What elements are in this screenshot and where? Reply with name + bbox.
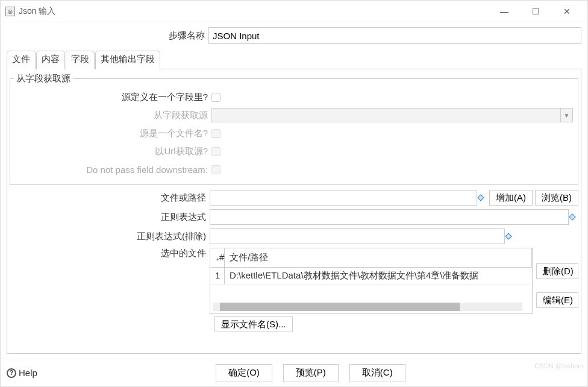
regex-label: 正则表达式 xyxy=(10,212,210,223)
titlebar: ◎ Json 输入 — ☐ ✕ xyxy=(1,1,587,22)
table-row[interactable]: 1 D:\kettle\ETLData\教材数据文件\教材数据文件\第4章\准备… xyxy=(210,268,532,285)
no-pass-label: Do not pass field downstream: xyxy=(14,165,211,175)
horizontal-scrollbar[interactable] xyxy=(213,303,522,311)
selected-files-label: 选中的文件 xyxy=(10,248,210,259)
show-filenames-button[interactable]: 显示文件名(S)... xyxy=(214,316,293,332)
scrollbar-thumb[interactable] xyxy=(220,303,460,311)
no-pass-checkbox[interactable] xyxy=(211,165,220,174)
selected-files-table[interactable]: ▴# 文件/路径 1 D:\kettle\ETLData\教材数据文件\教材数据… xyxy=(210,248,533,314)
regex-input[interactable] xyxy=(210,209,569,225)
get-from-field-label: 从字段获取源 xyxy=(14,110,211,121)
variable-icon xyxy=(477,194,484,201)
file-path-label: 文件或路径 xyxy=(10,192,210,204)
tab-bar: 文件 内容 字段 其他输出字段 xyxy=(7,50,581,69)
window-title: Json 输入 xyxy=(19,6,489,17)
get-from-field-dropdown[interactable]: ▼ xyxy=(211,108,573,122)
tab-panel-file: 从字段获取源 源定义在一个字段里? 从字段获取源 ▼ 源是一个文件名? 以Url xyxy=(7,69,581,354)
help-icon: ? xyxy=(7,368,16,378)
window-controls: — ☐ ✕ xyxy=(489,1,583,22)
read-url-label: 以Url获取源? xyxy=(14,146,211,157)
browse-button[interactable]: 浏览(B) xyxy=(535,190,578,206)
tab-file[interactable]: 文件 xyxy=(7,51,36,69)
edit-button[interactable]: 编辑(E) xyxy=(536,292,578,308)
is-filename-checkbox[interactable] xyxy=(211,129,220,138)
minimize-button[interactable]: — xyxy=(489,1,520,22)
source-group-legend: 从字段获取源 xyxy=(14,73,73,84)
tab-content[interactable]: 内容 xyxy=(36,51,65,69)
tab-fields[interactable]: 字段 xyxy=(66,51,95,69)
ok-button[interactable]: 确定(O) xyxy=(216,364,272,382)
row-number: 1 xyxy=(210,268,225,284)
step-name-label: 步骤名称 xyxy=(7,30,208,42)
add-button[interactable]: 增加(A) xyxy=(489,190,533,206)
json-input-dialog: ◎ Json 输入 — ☐ ✕ 步骤名称 文件 内容 字段 其他输出字段 从字段… xyxy=(0,0,588,387)
tab-other-output[interactable]: 其他输出字段 xyxy=(95,51,160,69)
maximize-button[interactable]: ☐ xyxy=(520,1,551,22)
regex-exclude-label: 正则表达式(排除) xyxy=(10,231,210,242)
col-path-header: 文件/路径 xyxy=(225,248,532,267)
step-name-row: 步骤名称 xyxy=(7,27,581,44)
close-button[interactable]: ✕ xyxy=(551,1,583,22)
file-path-input[interactable] xyxy=(210,190,477,206)
is-filename-label: 源是一个文件名? xyxy=(14,128,211,139)
delete-button[interactable]: 删除(D) xyxy=(536,263,578,279)
dialog-footer: ? Help 确定(O) 预览(P) 取消(C) xyxy=(1,359,587,386)
regex-exclude-input[interactable] xyxy=(210,228,505,244)
preview-button[interactable]: 预览(P) xyxy=(283,364,339,382)
defined-in-field-checkbox[interactable] xyxy=(211,93,220,102)
defined-in-field-label: 源定义在一个字段里? xyxy=(14,92,211,103)
source-from-field-group: 从字段获取源 源定义在一个字段里? 从字段获取源 ▼ 源是一个文件名? 以Url xyxy=(10,73,578,185)
dialog-content: 步骤名称 文件 内容 字段 其他输出字段 从字段获取源 源定义在一个字段里? 从… xyxy=(1,22,587,359)
help-label: Help xyxy=(19,368,37,378)
app-icon: ◎ xyxy=(5,7,15,16)
cancel-button[interactable]: 取消(C) xyxy=(349,364,405,382)
read-url-checkbox[interactable] xyxy=(211,147,220,156)
help-link[interactable]: ? Help xyxy=(7,368,37,378)
variable-icon xyxy=(569,213,575,220)
variable-icon xyxy=(505,233,511,239)
chevron-down-icon: ▼ xyxy=(560,109,572,122)
row-path: D:\kettle\ETLData\教材数据文件\教材数据文件\第4章\准备数据 xyxy=(225,268,532,284)
step-name-input[interactable] xyxy=(208,27,581,44)
col-number-header: ▴# xyxy=(210,248,225,267)
